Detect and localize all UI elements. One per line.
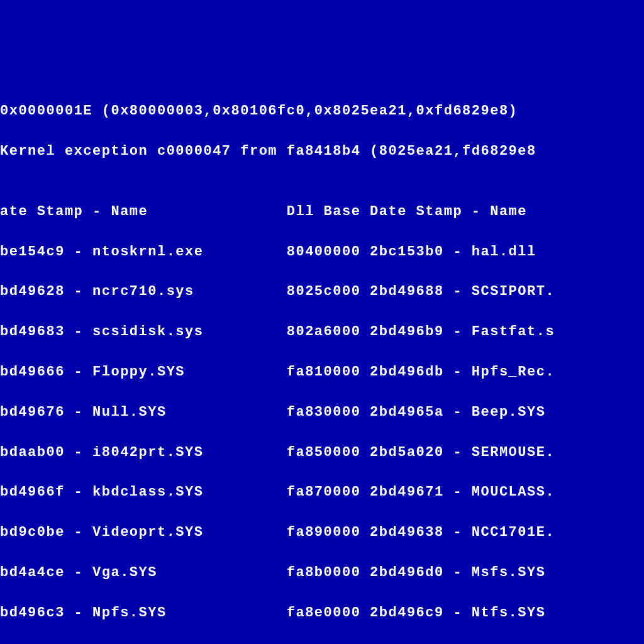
bsod-line: 0x0000001E (0x80000003,0x80106fc0,0x8025… bbox=[0, 101, 644, 121]
bsod-line: bd49683 - scsidisk.sys 802a6000 2bd496b9… bbox=[0, 322, 644, 342]
bsod-line: bd4966f - kbdclass.SYS fa870000 2bd49671… bbox=[0, 482, 644, 502]
bsod-line: bd49676 - Null.SYS fa830000 2bd4965a - B… bbox=[0, 402, 644, 423]
bsod-line: Kernel exception c0000047 from fa8418b4 … bbox=[0, 142, 644, 162]
bsod-line: bd49628 - ncrc710.sys 8025c000 2bd49688 … bbox=[0, 282, 644, 302]
bsod-line: bd496c3 - Npfs.SYS fa8e0000 2bd496c9 - N… bbox=[0, 603, 644, 623]
bsod-line: bd4a4ce - Vga.SYS fa8b0000 2bd496d0 - Ms… bbox=[0, 563, 644, 583]
bsod-line: ate Stamp - Name Dll Base Date Stamp - N… bbox=[0, 202, 644, 222]
bsod-line: bdaab00 - i8042prt.SYS fa850000 2bd5a020… bbox=[0, 443, 644, 463]
bsod-line: bd9c0be - Videoprt.SYS fa890000 2bd49638… bbox=[0, 523, 644, 543]
bsod-line: bd49666 - Floppy.SYS fa810000 2bd496db -… bbox=[0, 362, 644, 382]
bsod-screen: 0x0000001E (0x80000003,0x80106fc0,0x8025… bbox=[0, 82, 644, 644]
bsod-line: be154c9 - ntoskrnl.exe 80400000 2bc153b0… bbox=[0, 242, 644, 262]
